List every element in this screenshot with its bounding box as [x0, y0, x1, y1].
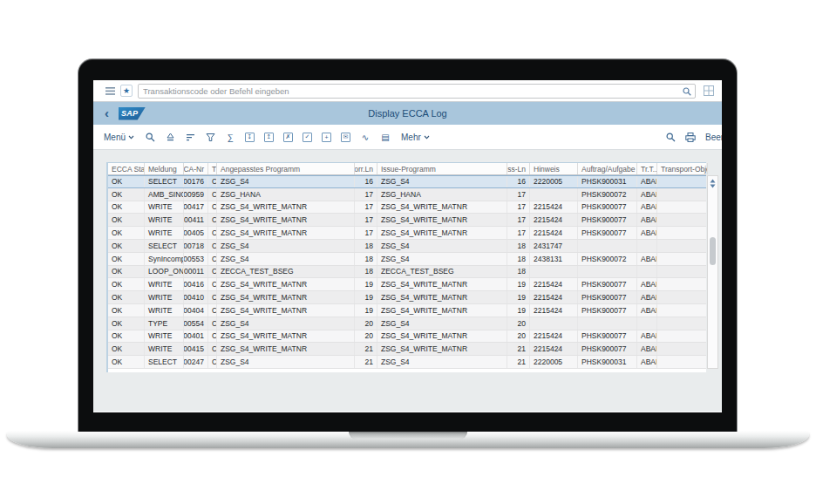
- table-cell: 20: [355, 317, 377, 330]
- table-cell: [637, 317, 657, 330]
- table-cell: 100959: [184, 188, 208, 201]
- table-cell: [657, 201, 708, 214]
- search-icon[interactable]: [683, 87, 691, 96]
- app-header: ‹ SAP Display ECCA Log: [93, 102, 722, 125]
- table-cell: 19: [507, 304, 530, 317]
- table-row[interactable]: OKWRITE100401CZSG_S4_WRITE_MATNR20ZSG_S4…: [108, 330, 706, 344]
- search-icon[interactable]: [665, 132, 676, 142]
- filter-icon[interactable]: [205, 132, 215, 142]
- signature-icon[interactable]: ∿: [360, 132, 371, 142]
- table-cell: ZSG_HANA: [377, 188, 507, 201]
- table-cell: 2215424: [530, 214, 578, 226]
- vertical-scrollbar[interactable]: [707, 175, 718, 369]
- copy-icon[interactable]: +: [322, 133, 331, 142]
- table-cell: 17: [355, 201, 377, 214]
- table-cell: C: [208, 214, 217, 226]
- column-header[interactable]: Auftrag/Aufgabe: [578, 163, 637, 174]
- app-grid-icon[interactable]: [704, 85, 714, 96]
- column-header[interactable]: Corr.Ln: [355, 163, 377, 174]
- table-cell: C: [208, 343, 217, 355]
- table-cell: C: [208, 201, 217, 214]
- column-header[interactable]: Issue-Programm: [377, 163, 507, 174]
- table-cell: ZSG_S4_WRITE_MATNR: [377, 304, 507, 317]
- table-cell: PHSK900077: [578, 330, 637, 343]
- table-cell: ZSG_S4: [217, 356, 355, 368]
- table-row[interactable]: OKAMB_SINGLE100959CZSG_HANA17ZSG_HANA17P…: [108, 188, 706, 201]
- column-header[interactable]: Meldung: [145, 163, 184, 174]
- table-cell: OK: [108, 201, 145, 214]
- cancel-icon[interactable]: ✗: [283, 133, 293, 142]
- table-cell: LOOP_ON: [145, 266, 184, 278]
- table-cell: 100554: [184, 317, 208, 330]
- table-row[interactable]: OKWRITE100416CZSG_S4_WRITE_MATNR19ZSG_S4…: [108, 278, 706, 291]
- table-cell: 2220005: [530, 176, 578, 187]
- confirm-icon[interactable]: ✓: [303, 133, 312, 142]
- search-icon[interactable]: [145, 132, 155, 142]
- mail-icon[interactable]: ✉: [341, 133, 350, 142]
- table-cell: [657, 304, 708, 317]
- menu-dropdown[interactable]: Menü: [104, 133, 134, 142]
- transaction-code-input[interactable]: Transaktionscode oder Befehl eingeben: [138, 84, 696, 99]
- table-cell: [657, 266, 708, 278]
- column-header[interactable]: Iss-Ln: [507, 163, 530, 174]
- table-row[interactable]: OKWRITE100410CZSG_S4_WRITE_MATNR19ZSG_S4…: [108, 291, 706, 304]
- table-row[interactable]: OKSELECT100247CZSG_S421ZSG_S4212220005PH…: [108, 356, 706, 369]
- table-cell: C: [208, 304, 217, 317]
- table-cell: 17: [507, 201, 530, 214]
- delete-line-icon[interactable]: ↥: [264, 133, 274, 142]
- more-dropdown[interactable]: Mehr: [401, 133, 430, 142]
- table-cell: ZSG_S4: [377, 253, 507, 265]
- scrollbar-thumb[interactable]: [710, 237, 716, 265]
- table-cell: WRITE: [145, 201, 184, 214]
- table-cell: 17: [355, 188, 377, 201]
- table-cell: 19: [355, 304, 377, 317]
- table-cell: 19: [355, 291, 377, 303]
- table-cell: ZSG_S4_WRITE_MATNR: [217, 304, 355, 317]
- table-row[interactable]: OKWRITE100417CZSG_S4_WRITE_MATNR17ZSG_S4…: [108, 201, 706, 215]
- table-cell: ZSG_S4_WRITE_MATNR: [217, 330, 355, 343]
- table-cell: 2215424: [530, 227, 578, 239]
- column-header[interactable]: CCA-Nr: [184, 163, 208, 174]
- table-row[interactable]: OKSELECT100176CZSG_S416ZSG_S4162220005PH…: [108, 175, 706, 188]
- table-cell: C: [208, 278, 217, 290]
- table-cell: ZECCA_TEST_BSEG: [377, 266, 507, 278]
- column-header[interactable]: Tr.T...: [637, 163, 657, 174]
- column-header[interactable]: Transport-Object: [657, 163, 708, 174]
- sum-icon[interactable]: ∑: [225, 132, 235, 142]
- table-row[interactable]: OKWRITE100415CZSG_S4_WRITE_MATNR21ZSG_S4…: [108, 343, 706, 356]
- table-cell: C: [208, 317, 217, 330]
- table-row[interactable]: OKSynIncompC100553CZSG_S418ZSG_S41824381…: [108, 253, 706, 266]
- table-cell: 19: [507, 291, 530, 303]
- table-row[interactable]: OKSELECT100718CZSG_S418ZSG_S4182431747: [108, 240, 706, 253]
- table-cell: ZSG_S4_WRITE_MATNR: [377, 201, 507, 214]
- sort-ascending-icon[interactable]: [165, 132, 175, 142]
- table-row[interactable]: OKWRITE100411CZSG_S4_WRITE_MATNR17ZSG_S4…: [108, 214, 706, 227]
- table-cell: [530, 188, 578, 201]
- column-header[interactable]: Hinweis: [530, 163, 578, 174]
- insert-line-icon[interactable]: ↧: [245, 133, 255, 142]
- table-cell: PHSK900031: [578, 176, 637, 187]
- print-icon[interactable]: ▤: [380, 132, 391, 142]
- printer-icon[interactable]: [685, 132, 696, 142]
- table-row[interactable]: OKTYPE100554CZSG_S420ZSG_S420: [108, 317, 706, 330]
- column-header[interactable]: T: [208, 163, 217, 174]
- sort-descending-icon[interactable]: [185, 132, 195, 142]
- column-header[interactable]: ECCA Status: [108, 163, 145, 174]
- table-cell: PHSK900077: [578, 278, 637, 290]
- table-cell: ZSG_S4: [217, 240, 355, 252]
- menu-icon[interactable]: [105, 87, 115, 95]
- table-cell: ZSG_S4: [377, 317, 507, 330]
- toolbar-right-icons: [665, 132, 696, 142]
- table-row[interactable]: OKWRITE100405CZSG_S4_WRITE_MATNR17ZSG_S4…: [108, 227, 706, 240]
- column-header[interactable]: Angepasstes Programm: [217, 163, 355, 174]
- table-row[interactable]: OKLOOP_ON100011CZECCA_TEST_BSEG18ZECCA_T…: [108, 266, 706, 279]
- table-cell: 18: [507, 266, 530, 278]
- transaction-code-placeholder: Transaktionscode oder Befehl eingeben: [143, 86, 289, 96]
- table-cell: ZSG_S4: [377, 356, 507, 368]
- favorites-star-icon[interactable]: ★: [120, 85, 133, 97]
- table-cell: ZSG_S4_WRITE_MATNR: [377, 330, 507, 343]
- table-row[interactable]: OKWRITE100404CZSG_S4_WRITE_MATNR19ZSG_S4…: [108, 304, 706, 317]
- exit-button[interactable]: Beenden: [705, 133, 722, 142]
- table-cell: 2215424: [530, 304, 578, 317]
- table-cell: PHSK900072: [578, 253, 637, 265]
